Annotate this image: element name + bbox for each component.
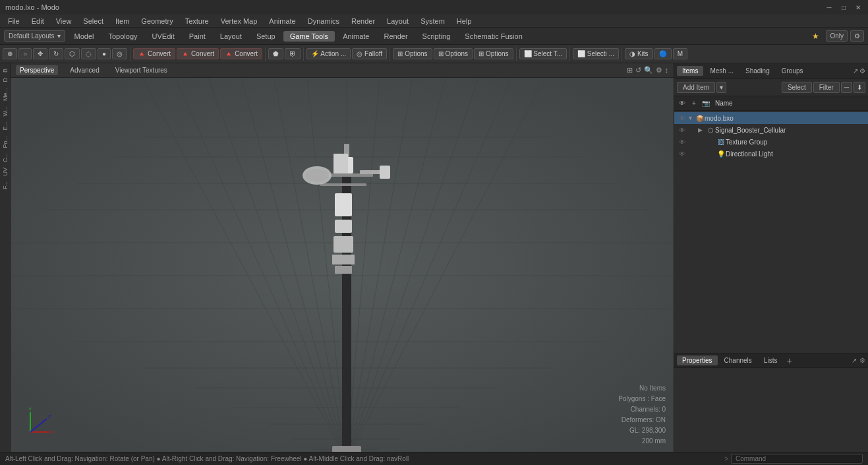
tb-select-t-btn[interactable]: ⬜ Select T... (519, 48, 567, 59)
items-tab-mesh[interactable]: Mesh ... (705, 66, 739, 76)
menu-item-view[interactable]: View (51, 16, 77, 26)
layout-tab-setup[interactable]: Setup (250, 31, 282, 42)
tb-options-3[interactable]: ⊞Options (474, 48, 513, 59)
tree-item-light[interactable]: 👁 ▶ 💡 Directional Light (674, 148, 868, 160)
props-expand-icon[interactable]: ↗ (852, 357, 857, 364)
vp-tab-perspective[interactable]: Perspective (16, 65, 58, 75)
select-button[interactable]: Select (782, 82, 812, 93)
left-tab-c...[interactable]: C... (1, 150, 10, 165)
props-settings-icon[interactable]: ⚙ (859, 357, 865, 364)
layout-settings-button[interactable]: Only (826, 30, 848, 42)
tree-arrow-signal[interactable]: ▶ (698, 127, 706, 133)
layout-tab-uvedit[interactable]: UVEdit (146, 31, 181, 42)
tb-convert-3[interactable]: 🔺Convert (220, 48, 262, 59)
menu-item-help[interactable]: Help (451, 16, 477, 26)
vp-tab-advanced[interactable]: Advanced (66, 65, 103, 75)
props-tab-channels[interactable]: Channels (719, 356, 757, 365)
props-tab-lists[interactable]: Lists (759, 356, 783, 365)
left-tab-w...[interactable]: W... (1, 104, 10, 119)
minimize-button[interactable]: ─ (825, 3, 834, 12)
tb-icon-move[interactable]: ✥ (33, 48, 47, 59)
add-item-button[interactable]: Add Item (677, 82, 715, 93)
layout-selector[interactable]: Default Layouts ▾ (4, 30, 65, 42)
menu-item-vertex-map[interactable]: Vertex Map (216, 16, 263, 26)
tb-ue-btn[interactable]: 🔵 (654, 48, 672, 59)
tb-icon-snap[interactable]: ◌ (81, 48, 96, 59)
vp-tab-textures[interactable]: Viewport Textures (111, 65, 171, 75)
tree-item-modo-bxo[interactable]: 👁 ▼ 📦 modo.bxo (674, 112, 868, 124)
items-tab-shading[interactable]: Shading (740, 66, 775, 76)
layout-tab-topology[interactable]: Topology (101, 31, 144, 42)
tree-item-signal[interactable]: 👁 ▶ ⬡ Signal_Booster_Cellular (674, 124, 868, 136)
filter-dropdown[interactable]: ─ (841, 82, 852, 93)
tb-options-2[interactable]: ⊞Options (434, 48, 473, 59)
layout-tab-layout[interactable]: Layout (214, 31, 248, 42)
props-add-button[interactable]: + (786, 356, 792, 366)
items-panel-settings[interactable]: ⚙ (859, 67, 865, 75)
left-tab-po...[interactable]: Po... (1, 133, 10, 151)
layout-tab-animate[interactable]: Animate (336, 31, 376, 42)
vp-icon-1[interactable]: ⊞ (627, 66, 633, 75)
tb-convert-1[interactable]: 🔺Convert (133, 48, 175, 59)
tb-selecti-btn[interactable]: ⬜ Selecti ... (573, 48, 619, 59)
layout-tab-paint[interactable]: Paint (183, 31, 212, 42)
left-tab-f...[interactable]: F... (1, 179, 10, 192)
menu-item-select[interactable]: Select (78, 16, 109, 26)
vp-icon-4[interactable]: ⚙ (656, 66, 662, 75)
tree-eye-light[interactable]: 👁 (677, 148, 687, 159)
tb-icon-extra[interactable]: ◎ (112, 48, 127, 59)
props-tab-properties[interactable]: Properties (677, 356, 718, 365)
menu-item-file[interactable]: File (3, 16, 25, 26)
layout-tab-schematic-fusion[interactable]: Schematic Fusion (458, 31, 529, 42)
tree-arrow-modo[interactable]: ▼ (687, 115, 695, 121)
left-tab-me...[interactable]: Me... (1, 85, 10, 104)
tree-eye-texture[interactable]: 👁 (677, 137, 687, 147)
items-more[interactable]: ⬇ (854, 82, 865, 93)
menu-item-texture[interactable]: Texture (180, 16, 214, 26)
left-tab-uv[interactable]: UV (1, 165, 10, 179)
tb-icon-world[interactable]: ⊕ (3, 48, 17, 59)
items-cam-header[interactable]: 📷 (701, 98, 711, 109)
vp-icon-3[interactable]: 🔍 (644, 66, 653, 75)
tb-kits-btn[interactable]: ◑Kits (625, 48, 653, 59)
layout-gear-button[interactable]: ⚙ (850, 30, 864, 42)
tb-mode-btn[interactable]: ⬟ (268, 48, 283, 59)
items-panel-expand[interactable]: ↗ (853, 67, 858, 75)
menu-item-render[interactable]: Render (346, 16, 380, 26)
left-tab-b[interactable]: B (1, 66, 10, 75)
layout-tab-game-tools[interactable]: Game Tools (283, 31, 335, 42)
tb-action-btn[interactable]: ⚡ Action ... (306, 48, 351, 59)
tree-item-texture[interactable]: 👁 ▶ 🖼 Texture Group (674, 136, 868, 148)
viewport-canvas[interactable]: No Items Polygons : Face Channels: 0 Def… (11, 78, 674, 452)
tb-falloff-btn[interactable]: ◎ Falloff (352, 48, 387, 59)
viewport[interactable]: Perspective Advanced Viewport Textures ⊞… (11, 63, 674, 452)
left-tab-e...[interactable]: E... (1, 119, 10, 133)
maximize-button[interactable]: □ (839, 3, 848, 12)
star-button[interactable]: ★ (808, 30, 823, 42)
tb-options-1[interactable]: ⊞Options (393, 48, 432, 59)
items-tab-groups[interactable]: Groups (776, 66, 809, 76)
menu-item-layout[interactable]: Layout (382, 16, 414, 26)
menu-item-animate[interactable]: Animate (264, 16, 301, 26)
menu-item-dynamics[interactable]: Dynamics (303, 16, 345, 26)
items-tab-items[interactable]: Items (677, 66, 703, 76)
menu-item-geometry[interactable]: Geometry (136, 16, 178, 26)
menu-item-edit[interactable]: Edit (26, 16, 49, 26)
layout-tab-scripting[interactable]: Scripting (416, 31, 457, 42)
tree-eye-signal[interactable]: 👁 (677, 125, 687, 135)
tb-icon-scale[interactable]: ⬡ (65, 48, 80, 59)
tb-icon-sym[interactable]: ● (98, 48, 111, 59)
vp-icon-2[interactable]: ↺ (635, 66, 641, 75)
menu-item-item[interactable]: Item (110, 16, 134, 26)
add-item-dropdown[interactable]: ▾ (716, 82, 726, 93)
left-tab-d[interactable]: D (1, 75, 10, 85)
menu-item-system[interactable]: System (415, 16, 450, 26)
command-input[interactable] (731, 454, 863, 464)
tb-convert-2[interactable]: 🔺Convert (177, 48, 219, 59)
tree-eye-modo[interactable]: 👁 (677, 113, 687, 123)
layout-tab-model[interactable]: Model (68, 31, 101, 42)
tb-icon-rotate[interactable]: ↻ (49, 48, 63, 59)
close-button[interactable]: ✕ (854, 3, 863, 12)
layout-tab-render[interactable]: Render (377, 31, 414, 42)
items-add-header[interactable]: + (689, 98, 699, 109)
